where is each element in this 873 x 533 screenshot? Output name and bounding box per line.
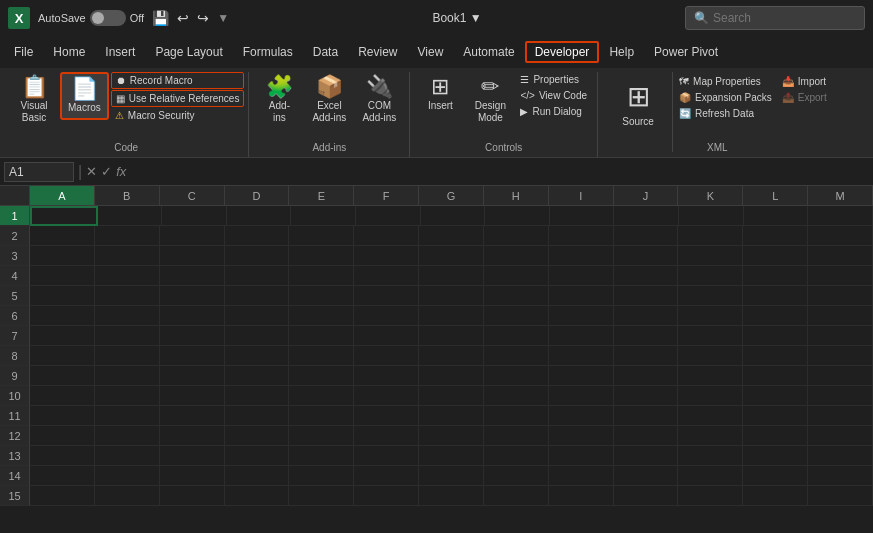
cell-K15[interactable] — [678, 486, 743, 506]
cell-C10[interactable] — [160, 386, 225, 406]
source-button[interactable]: ⊞ Source — [614, 76, 662, 132]
cell-H12[interactable] — [484, 426, 549, 446]
cell-C11[interactable] — [160, 406, 225, 426]
com-add-ins-button[interactable]: 🔌 COMAdd-ins — [355, 72, 403, 128]
cell-C7[interactable] — [160, 326, 225, 346]
cell-G5[interactable] — [419, 286, 484, 306]
cell-M11[interactable] — [808, 406, 873, 426]
cell-F5[interactable] — [354, 286, 419, 306]
cell-M5[interactable] — [808, 286, 873, 306]
cell-K9[interactable] — [678, 366, 743, 386]
cell-H13[interactable] — [484, 446, 549, 466]
cell-A15[interactable] — [30, 486, 95, 506]
cell-J8[interactable] — [614, 346, 679, 366]
cell-G13[interactable] — [419, 446, 484, 466]
cell-D5[interactable] — [225, 286, 290, 306]
cell-G7[interactable] — [419, 326, 484, 346]
menu-developer[interactable]: Developer — [525, 41, 600, 63]
cell-B14[interactable] — [95, 466, 160, 486]
cell-D6[interactable] — [225, 306, 290, 326]
cell-F12[interactable] — [354, 426, 419, 446]
cell-I4[interactable] — [549, 266, 614, 286]
cell-G11[interactable] — [419, 406, 484, 426]
import-button[interactable]: 📥 Import — [778, 74, 831, 89]
save-icon[interactable]: 💾 — [152, 10, 169, 26]
cell-B13[interactable] — [95, 446, 160, 466]
cell-D10[interactable] — [225, 386, 290, 406]
cell-F13[interactable] — [354, 446, 419, 466]
cell-D15[interactable] — [225, 486, 290, 506]
col-header-I[interactable]: I — [549, 186, 614, 205]
undo-icon[interactable]: ↩ — [177, 10, 189, 26]
cell-C15[interactable] — [160, 486, 225, 506]
menu-insert[interactable]: Insert — [95, 41, 145, 63]
menu-home[interactable]: Home — [43, 41, 95, 63]
cell-D7[interactable] — [225, 326, 290, 346]
cell-L7[interactable] — [743, 326, 808, 346]
cell-J14[interactable] — [614, 466, 679, 486]
redo-icon[interactable]: ↪ — [197, 10, 209, 26]
cell-L2[interactable] — [743, 226, 808, 246]
cell-K4[interactable] — [678, 266, 743, 286]
cell-F10[interactable] — [354, 386, 419, 406]
cell-M7[interactable] — [808, 326, 873, 346]
cell-J1[interactable] — [614, 206, 679, 226]
cell-H11[interactable] — [484, 406, 549, 426]
cell-G10[interactable] — [419, 386, 484, 406]
cell-A1[interactable] — [30, 206, 98, 226]
cell-J6[interactable] — [614, 306, 679, 326]
cell-M15[interactable] — [808, 486, 873, 506]
cell-B9[interactable] — [95, 366, 160, 386]
cell-M3[interactable] — [808, 246, 873, 266]
properties-button[interactable]: ☰ Properties — [516, 72, 591, 87]
cell-E3[interactable] — [289, 246, 354, 266]
col-header-M[interactable]: M — [808, 186, 873, 205]
cell-M12[interactable] — [808, 426, 873, 446]
cell-J4[interactable] — [614, 266, 679, 286]
cell-B6[interactable] — [95, 306, 160, 326]
cell-K10[interactable] — [678, 386, 743, 406]
cell-K12[interactable] — [678, 426, 743, 446]
cell-B5[interactable] — [95, 286, 160, 306]
insert-button[interactable]: ⊞ Insert — [416, 72, 464, 116]
cell-C2[interactable] — [160, 226, 225, 246]
col-header-H[interactable]: H — [484, 186, 549, 205]
add-ins-button[interactable]: 🧩 Add-ins — [255, 72, 303, 128]
cell-K2[interactable] — [678, 226, 743, 246]
cell-F2[interactable] — [354, 226, 419, 246]
cell-C14[interactable] — [160, 466, 225, 486]
col-header-F[interactable]: F — [354, 186, 419, 205]
cell-F7[interactable] — [354, 326, 419, 346]
cell-I11[interactable] — [549, 406, 614, 426]
cell-M4[interactable] — [808, 266, 873, 286]
cell-E11[interactable] — [289, 406, 354, 426]
cell-reference-box[interactable] — [4, 162, 74, 182]
cell-H1[interactable] — [485, 206, 550, 226]
autosave-toggle[interactable] — [90, 10, 126, 26]
cell-H8[interactable] — [484, 346, 549, 366]
cell-D1[interactable] — [227, 206, 292, 226]
cell-D12[interactable] — [225, 426, 290, 446]
cell-M2[interactable] — [808, 226, 873, 246]
cell-I3[interactable] — [549, 246, 614, 266]
cell-C5[interactable] — [160, 286, 225, 306]
cell-I15[interactable] — [549, 486, 614, 506]
cell-E2[interactable] — [289, 226, 354, 246]
cell-J12[interactable] — [614, 426, 679, 446]
cell-H2[interactable] — [484, 226, 549, 246]
cell-C1[interactable] — [162, 206, 227, 226]
cell-I10[interactable] — [549, 386, 614, 406]
cell-J5[interactable] — [614, 286, 679, 306]
cell-C9[interactable] — [160, 366, 225, 386]
map-properties-button[interactable]: 🗺 Map Properties — [675, 74, 776, 89]
cell-F6[interactable] — [354, 306, 419, 326]
cell-F9[interactable] — [354, 366, 419, 386]
cell-J2[interactable] — [614, 226, 679, 246]
cell-L9[interactable] — [743, 366, 808, 386]
cell-H3[interactable] — [484, 246, 549, 266]
cell-J15[interactable] — [614, 486, 679, 506]
cell-J13[interactable] — [614, 446, 679, 466]
formula-input[interactable] — [130, 163, 869, 181]
cell-A10[interactable] — [30, 386, 95, 406]
cell-K11[interactable] — [678, 406, 743, 426]
